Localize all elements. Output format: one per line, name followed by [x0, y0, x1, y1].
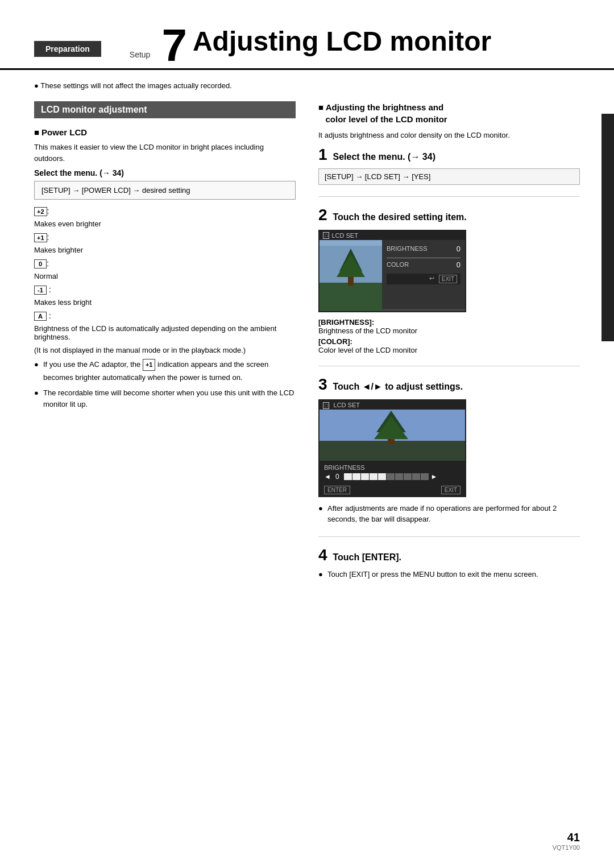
bar-value: 0	[335, 473, 339, 481]
step3-bullet: After adjustments are made if no operati…	[318, 503, 580, 525]
icon-plus2-suffix: :	[47, 206, 49, 216]
bar-track: ◄ 0	[324, 473, 460, 481]
icon-minus1-label: Makes less bright	[34, 298, 296, 307]
screen3-footer: ENTER EXIT	[320, 484, 465, 496]
step-1-number: 1	[318, 146, 327, 163]
screen2-color-row: COLOR 0	[387, 261, 460, 269]
icon-plus2: +2	[34, 207, 47, 216]
step3-screen-mockup: □ LCD SET BRIGHTNESS	[318, 399, 466, 497]
bar-segments	[344, 473, 429, 480]
chapter-number: 7	[161, 23, 187, 68]
icon-auto-row: A :	[34, 311, 296, 322]
right-column: ■ Adjusting the brightness and color lev…	[318, 101, 580, 591]
right-bar-decoration	[601, 114, 614, 341]
step1-setup-box: [SETUP] → [LCD SET] → [YES]	[318, 168, 580, 185]
screen2-footer: ↩ EXIT	[387, 274, 460, 284]
icon-zero-suffix: :	[47, 259, 49, 268]
bar-seg-1	[344, 473, 352, 480]
icon-plus2-label: Makes even brighter	[34, 220, 296, 228]
color-desc-text: Color level of the LCD monitor	[318, 346, 580, 354]
step-4-number: 4	[318, 546, 327, 564]
brightness-label: BRIGHTNESS	[387, 245, 428, 252]
step4-bullet: Touch [EXIT] or press the MENU button to…	[318, 569, 580, 580]
color-desc: [COLOR]:	[318, 337, 580, 346]
step-3-title: Touch ◄/► to adjust settings.	[333, 382, 463, 391]
icon-zero-label: Normal	[34, 272, 296, 280]
bullet-recordable-time: The recordable time will become shorter …	[34, 387, 296, 410]
icon-minus1-row: -1 :	[34, 285, 296, 296]
step1-divider	[318, 196, 580, 197]
step-2-number: 2	[318, 206, 327, 224]
step-3-number: 3	[318, 375, 327, 393]
step-2: 2 Touch the desired setting item. □ LCD …	[318, 206, 580, 354]
select-menu-label: Select the menu. (→ 34)	[34, 168, 296, 177]
screen2-brightness-row: BRIGHTNESS 0	[387, 245, 460, 253]
page-title: Adjusting LCD monitor	[193, 26, 491, 57]
icon-plus1-suffix: :	[47, 233, 49, 242]
color-bold-label: [COLOR]:	[318, 337, 352, 346]
screen2-image	[320, 240, 382, 309]
icon-minus1: -1	[34, 286, 47, 295]
step2-divider	[318, 366, 580, 366]
right-arrow-icon: ►	[431, 473, 438, 481]
right-intro-text: It adjusts brightness and color density …	[318, 130, 580, 141]
screen3-header: □ LCD SET	[320, 400, 465, 410]
bar-seg-5	[378, 473, 386, 480]
power-lcd-title: Power LCD	[34, 127, 296, 137]
bar-seg-3	[361, 473, 369, 480]
svg-rect-1	[320, 283, 382, 311]
step-2-title: Touch the desired setting item.	[333, 212, 466, 222]
lcd-icon: □	[323, 232, 329, 239]
two-column-layout: LCD monitor adjustment Power LCD This ma…	[34, 101, 580, 591]
power-lcd-description: This makes it easier to view the LCD mon…	[34, 142, 296, 164]
lcd-icon2: □	[323, 402, 329, 409]
bar-seg-8	[404, 473, 412, 480]
bar-seg-2	[352, 473, 360, 480]
svg-rect-6	[320, 441, 466, 461]
preparation-badge: Preparation	[34, 41, 101, 57]
icon-auto: A	[34, 312, 47, 321]
color-value: 0	[457, 261, 460, 269]
screen2-divider	[387, 258, 460, 258]
screen2-settings: BRIGHTNESS 0 COLOR 0 ↩ EXIT	[382, 240, 465, 309]
bar-seg-10	[421, 473, 429, 480]
step3-divider	[318, 536, 580, 537]
color-label: COLOR	[387, 261, 409, 268]
screen3-image	[320, 410, 465, 461]
brightness-bold-label: [BRIGHTNESS]:	[318, 318, 374, 326]
icon-zero: 0	[34, 259, 47, 268]
icon-plus1: +1	[34, 233, 47, 242]
step-3: 3 Touch ◄/► to adjust settings. □ LCD SE…	[318, 375, 580, 525]
back-icon: ↩	[429, 275, 434, 283]
exit-button: EXIT	[439, 275, 457, 283]
exit-button-2: EXIT	[441, 486, 460, 494]
page-header: Preparation Setup 7 Adjusting LCD monito…	[0, 0, 614, 70]
bar-seg-9	[412, 473, 420, 480]
page-number: 41	[553, 831, 580, 844]
left-column: LCD monitor adjustment Power LCD This ma…	[34, 101, 296, 591]
step-1: 1 Select the menu. (→ 34) [SETUP] → [LCD…	[318, 146, 580, 185]
step-4: 4 Touch [ENTER]. Touch [EXIT] or press t…	[318, 546, 580, 580]
bar-label: BRIGHTNESS	[324, 464, 460, 471]
bar-seg-6	[387, 473, 395, 480]
icon-zero-row: 0:	[34, 259, 296, 270]
brightness-value: 0	[457, 245, 460, 253]
step-4-title: Touch [ENTER].	[333, 552, 401, 562]
brightness-desc-text: Brightness of the LCD monitor	[318, 326, 580, 335]
doc-code: VQT1Y00	[553, 844, 580, 851]
step-1-title: Select the menu. (→ 34)	[333, 152, 435, 162]
brightness-desc: [BRIGHTNESS]:	[318, 318, 580, 326]
setup-box-power-lcd: [SETUP] → [POWER LCD] → desired setting	[34, 181, 296, 200]
bullet-ac-adaptor: If you use the AC adaptor, the +1 indica…	[34, 359, 296, 383]
right-heading: ■ Adjusting the brightness and color lev…	[318, 101, 580, 125]
section-header: LCD monitor adjustment	[34, 101, 296, 118]
main-content: These settings will not affect the image…	[0, 81, 614, 591]
icon-plus1-row: +1:	[34, 233, 296, 243]
bar-seg-7	[395, 473, 403, 480]
setup-label: Setup	[130, 50, 151, 59]
screen2-header: □ LCD SET	[320, 231, 465, 240]
note-text: These settings will not affect the image…	[34, 81, 580, 90]
icon-auto-label: Brightness of the LCD is automatically a…	[34, 324, 296, 341]
screen3-brightness-bar: BRIGHTNESS ◄ 0	[320, 461, 465, 484]
screen2-inner: BRIGHTNESS 0 COLOR 0 ↩ EXIT	[320, 240, 465, 309]
